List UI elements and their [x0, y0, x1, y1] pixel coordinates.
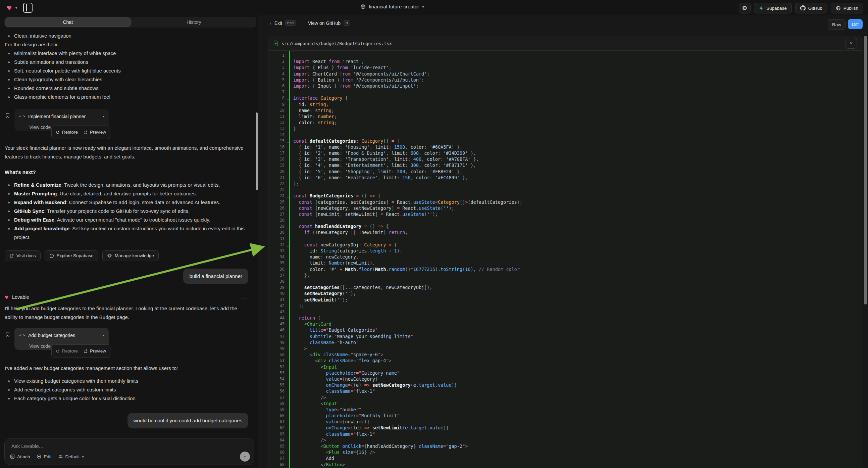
code-line: 62 onChange={(e) => setNewLimit(e.target…	[269, 425, 862, 431]
chat-input[interactable]: Ask Lovable...	[11, 443, 43, 449]
version-title: Implement financial planner	[28, 112, 99, 121]
view-on-github-button[interactable]: View on GitHub G	[308, 20, 350, 26]
target-icon	[37, 454, 41, 459]
list-item: GitHub Sync: Transfer your project's cod…	[14, 207, 248, 215]
settings-button[interactable]: ⚙	[739, 3, 750, 13]
code-line: 5import { Button } from '@/components/ui…	[269, 77, 862, 83]
restore-button[interactable]: ↺Restore	[56, 347, 78, 355]
sliders-icon	[58, 454, 63, 459]
globe-icon	[360, 4, 366, 9]
chat-composer[interactable]: Ask Lovable... Attach Edit Default ▾ ↑	[4, 438, 254, 465]
version-card-add-budget-categories[interactable]: < > Add budget categories › View code ↺R…	[14, 328, 109, 350]
chat-bubble-icon	[49, 254, 54, 258]
publish-button[interactable]: Publish	[831, 3, 863, 13]
github-button[interactable]: GitHub	[795, 3, 828, 13]
tab-chat[interactable]: Chat	[5, 18, 131, 27]
preview-button[interactable]: Preview	[83, 347, 106, 355]
code-line: 64 />	[269, 437, 862, 443]
code-line: 42 };	[269, 303, 862, 309]
code-icon: < >	[19, 112, 25, 121]
code-line: 59 type="number"	[269, 407, 862, 413]
code-line: 44 return (	[269, 315, 862, 321]
version-row: < > Add budget categories › View code ↺R…	[5, 328, 248, 350]
diff-added-gutter	[289, 51, 290, 468]
code-scrollbar[interactable]	[864, 36, 867, 304]
code-line: 2import React from 'react';	[269, 58, 862, 64]
file-header[interactable]: src/components/budget/BudgetCategories.t…	[269, 36, 862, 51]
tab-history[interactable]: History	[131, 17, 257, 28]
code-line: 37 };	[269, 272, 862, 278]
manage-knowledge-button[interactable]: Manage knowledge	[102, 251, 159, 261]
visit-docs-button[interactable]: Visit docs	[5, 251, 40, 261]
assistant-name: Lovable	[12, 293, 29, 301]
list-item: Subtle animations and transitions	[14, 58, 248, 66]
assistant-header: ♥ Lovable ...	[5, 293, 248, 301]
project-switcher[interactable]: financial-future-creator ▾	[360, 4, 424, 9]
diff-button[interactable]: Diff	[848, 19, 863, 29]
chat-panel: Chat History Clean, intuitive navigation…	[0, 16, 258, 468]
code-line: 20 { id: '5', name: 'Shopping', limit: 2…	[269, 169, 862, 175]
chevron-right-icon[interactable]: ›	[103, 112, 104, 121]
exit-button[interactable]: ‹ Exit ESC	[270, 20, 296, 26]
added-bullet-list: View existing budget categories with the…	[5, 377, 248, 403]
code-line: 43	[269, 309, 862, 315]
bookmark-icon[interactable]	[5, 112, 10, 119]
raw-button[interactable]: Raw	[828, 19, 845, 30]
model-selector[interactable]: Default ▾	[58, 454, 84, 459]
send-button[interactable]: ↑	[240, 451, 250, 462]
list-item: Clean typography with clear hierarchies	[14, 75, 248, 84]
version-title: Add budget categories	[28, 331, 99, 340]
restore-icon: ↺	[56, 128, 60, 137]
code-view-header: ‹ Exit ESC View on GitHub G Raw Diff	[258, 16, 868, 34]
preview-button[interactable]: Preview	[83, 128, 106, 137]
code-line: 29⌄ const handleAddCategory = () => {	[269, 223, 862, 229]
list-item: Refine & Customize: Tweak the design, an…	[14, 181, 248, 189]
list-item: Glass-morphic elements for a premium fee…	[14, 93, 248, 101]
chevron-up-icon: ˅	[850, 41, 852, 46]
code-line: 16 { id: '1', name: 'Housing', limit: 15…	[269, 144, 862, 150]
chevron-down-icon: ▾	[422, 4, 424, 9]
code-line: 39 setCategories([...categories, newCate…	[269, 284, 862, 290]
code-line: 57 />	[269, 394, 862, 401]
lovable-heart-icon: ♥	[5, 294, 9, 300]
code-line: 67 Add	[269, 455, 862, 461]
code-line: 52 <Input	[269, 364, 862, 370]
restore-button[interactable]: ↺Restore	[56, 128, 78, 137]
code-line: 46 title="Budget Categories"	[269, 327, 862, 333]
list-item: Add project knowledge: Set key context o…	[14, 224, 248, 242]
sidebar-toggle-icon[interactable]	[23, 3, 33, 13]
edit-mode-button[interactable]: Edit	[37, 454, 51, 459]
explore-supabase-button[interactable]: Explore Supabase	[44, 251, 98, 261]
code-line: 49 >	[269, 346, 862, 351]
bullet-list: Clean, intuitive navigation	[5, 32, 248, 40]
code-line: 3import { Plus } from 'lucide-react';	[269, 64, 862, 70]
file-path: src/components/budget/BudgetCategories.t…	[281, 41, 392, 46]
code-line: 34 name: newCategory,	[269, 254, 862, 260]
attach-button[interactable]: Attach	[10, 454, 30, 459]
code-line: 11 limit: number;	[269, 114, 862, 119]
code-line: 41 setNewLimit('');	[269, 297, 862, 303]
version-card-implement-financial-planner[interactable]: < > Implement financial planner › View c…	[14, 109, 109, 131]
whats-next-list: Refine & Customize: Tweak the design, an…	[5, 181, 248, 242]
code-line: 50 <div className="space-y-6">	[269, 351, 862, 357]
added-heading: I've added a new budget categories manag…	[5, 364, 248, 373]
project-name: financial-future-creator	[369, 4, 419, 9]
code-line: 68 </Button>	[269, 462, 862, 468]
lovable-logo[interactable]: ♥	[7, 3, 12, 12]
design-heading: For the design aesthetic:	[5, 40, 248, 49]
code-line: 55 onChange={(e) => setNewCategory(e.tar…	[269, 382, 862, 388]
chevron-right-icon[interactable]: ›	[103, 331, 104, 340]
chat-scrollbar[interactable]	[256, 113, 258, 191]
bookmark-icon[interactable]	[5, 331, 10, 338]
user-message: would be cool if you could add budget ca…	[127, 413, 248, 429]
supabase-button[interactable]: Supabase	[754, 3, 792, 13]
list-item: Debug with Ease: Activate our experiment…	[14, 215, 248, 224]
collapse-button[interactable]: ˅	[845, 38, 857, 49]
code-line: 38	[269, 278, 862, 284]
more-options-icon[interactable]: ...	[242, 293, 248, 301]
top-bar: ♥ ▾ financial-future-creator ▾ ⚙ Supabas…	[0, 0, 868, 16]
chevron-down-icon[interactable]: ▾	[15, 5, 17, 10]
code-line: 9 id: string;	[269, 101, 862, 108]
code-line: 53 placeholder="Category name"	[269, 370, 862, 376]
code-line: 35 limit: Number(newLimit),	[269, 260, 862, 266]
